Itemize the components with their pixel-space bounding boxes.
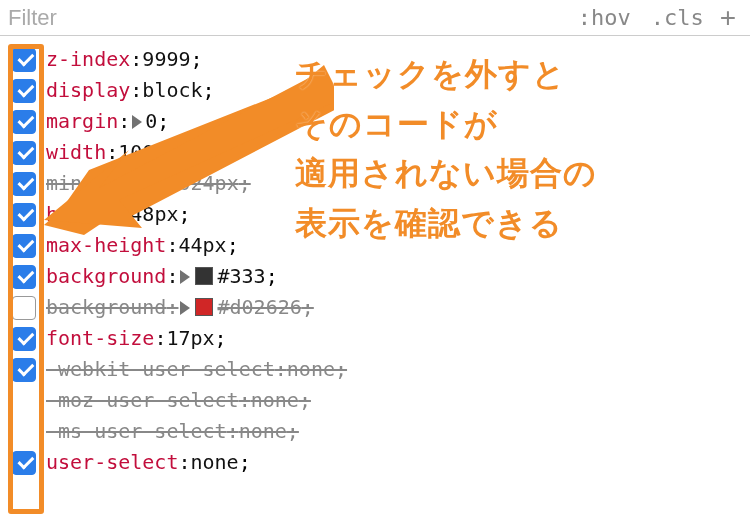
semicolon: ; [191, 44, 203, 75]
property-checkbox[interactable] [12, 48, 36, 72]
property-name[interactable]: background [46, 261, 166, 292]
property-value[interactable]: #d02626 [217, 292, 301, 323]
semicolon: ; [157, 106, 169, 137]
property-value[interactable]: none [287, 354, 335, 385]
css-property-row: user-select: none; [12, 447, 750, 478]
property-name[interactable]: min-width [46, 168, 154, 199]
css-property-row: background: #d02626; [12, 292, 750, 323]
semicolon: ; [299, 385, 311, 416]
semicolon: ; [302, 292, 314, 323]
property-checkbox[interactable] [12, 296, 36, 320]
property-checkbox[interactable] [12, 141, 36, 165]
property-name[interactable]: -webkit-user-select [46, 354, 275, 385]
css-property-row: height: 48px; [12, 199, 750, 230]
css-property-row: margin: 0; [12, 106, 750, 137]
semicolon: ; [239, 447, 251, 478]
property-checkbox[interactable] [12, 110, 36, 134]
colon: : [166, 292, 178, 323]
property-checkbox[interactable] [12, 79, 36, 103]
css-properties-list: z-index: 9999;display: block;margin: 0;w… [0, 36, 750, 486]
property-checkbox[interactable] [12, 327, 36, 351]
css-property-row: z-index: 9999; [12, 44, 750, 75]
property-value[interactable]: #333 [217, 261, 265, 292]
semicolon: ; [166, 137, 178, 168]
property-name[interactable]: background [46, 292, 166, 323]
css-property-row: -ms-user-select: none; [12, 416, 750, 447]
colon: : [239, 385, 251, 416]
property-name[interactable]: user-select [46, 447, 178, 478]
css-property-row: max-height: 44px; [12, 230, 750, 261]
property-checkbox[interactable] [12, 203, 36, 227]
hov-toggle[interactable]: :hov [568, 5, 641, 30]
expand-triangle-icon[interactable] [132, 115, 142, 129]
property-name[interactable]: font-size [46, 323, 154, 354]
property-checkbox[interactable] [12, 172, 36, 196]
property-name[interactable]: z-index [46, 44, 130, 75]
colon: : [130, 44, 142, 75]
expand-triangle-icon[interactable] [180, 301, 190, 315]
colon: : [178, 447, 190, 478]
css-property-row: font-size: 17px; [12, 323, 750, 354]
property-value[interactable]: 0 [145, 106, 157, 137]
colon: : [130, 75, 142, 106]
property-name[interactable]: -ms-user-select [46, 416, 227, 447]
semicolon: ; [239, 168, 251, 199]
property-checkbox[interactable] [12, 234, 36, 258]
color-swatch[interactable] [195, 298, 213, 316]
semicolon: ; [178, 199, 190, 230]
property-value[interactable]: none [191, 447, 239, 478]
property-checkbox[interactable] [12, 265, 36, 289]
colon: : [166, 230, 178, 261]
property-value[interactable]: 100% [118, 137, 166, 168]
property-value[interactable]: 48px [130, 199, 178, 230]
property-name[interactable]: height [46, 199, 118, 230]
add-rule-button[interactable]: + [714, 4, 742, 32]
cls-toggle[interactable]: .cls [641, 5, 714, 30]
css-property-row: -moz-user-select: none; [12, 385, 750, 416]
property-name[interactable]: width [46, 137, 106, 168]
property-value[interactable]: 44px [178, 230, 226, 261]
property-value[interactable]: none [239, 416, 287, 447]
expand-triangle-icon[interactable] [180, 270, 190, 284]
property-checkbox[interactable] [12, 358, 36, 382]
colon: : [154, 323, 166, 354]
filter-input[interactable]: Filter [8, 5, 568, 31]
semicolon: ; [215, 323, 227, 354]
property-name[interactable]: max-height [46, 230, 166, 261]
semicolon: ; [266, 261, 278, 292]
styles-toolbar: Filter :hov .cls + [0, 0, 750, 36]
property-name[interactable]: margin [46, 106, 118, 137]
colon: : [227, 416, 239, 447]
color-swatch[interactable] [195, 267, 213, 285]
semicolon: ; [203, 75, 215, 106]
colon: : [275, 354, 287, 385]
property-name[interactable]: -moz-user-select [46, 385, 239, 416]
colon: : [154, 168, 166, 199]
css-property-row: background: #333; [12, 261, 750, 292]
colon: : [118, 106, 130, 137]
css-property-row: display: block; [12, 75, 750, 106]
property-value[interactable]: 1024px [166, 168, 238, 199]
property-value[interactable]: 17px [166, 323, 214, 354]
property-name[interactable]: display [46, 75, 130, 106]
css-property-row: -webkit-user-select: none; [12, 354, 750, 385]
property-checkbox[interactable] [12, 451, 36, 475]
property-value[interactable]: none [251, 385, 299, 416]
colon: : [166, 261, 178, 292]
semicolon: ; [227, 230, 239, 261]
semicolon: ; [287, 416, 299, 447]
property-value[interactable]: 9999 [142, 44, 190, 75]
colon: : [106, 137, 118, 168]
css-property-row: min-width: 1024px; [12, 168, 750, 199]
colon: : [118, 199, 130, 230]
semicolon: ; [335, 354, 347, 385]
css-property-row: width: 100%; [12, 137, 750, 168]
property-value[interactable]: block [142, 75, 202, 106]
